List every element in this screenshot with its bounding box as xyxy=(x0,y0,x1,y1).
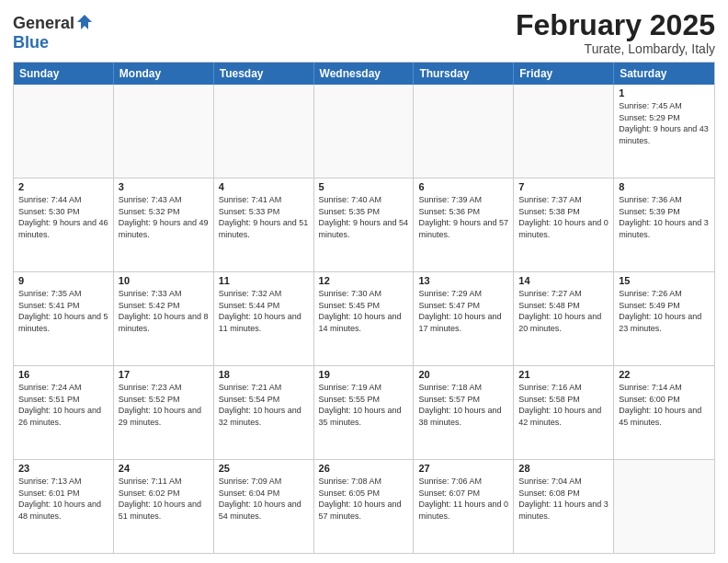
cell-info: Sunrise: 7:24 AM Sunset: 5:51 PM Dayligh… xyxy=(18,382,108,428)
calendar-cell: 1Sunrise: 7:45 AM Sunset: 5:29 PM Daylig… xyxy=(614,85,714,178)
day-number: 2 xyxy=(18,181,108,192)
cell-info: Sunrise: 7:04 AM Sunset: 6:08 PM Dayligh… xyxy=(518,476,609,522)
calendar-cell: 26Sunrise: 7:08 AM Sunset: 6:05 PM Dayli… xyxy=(314,460,415,553)
day-number: 11 xyxy=(219,275,309,286)
day-number: 19 xyxy=(319,369,409,380)
calendar-cell: 9Sunrise: 7:35 AM Sunset: 5:41 PM Daylig… xyxy=(14,272,114,365)
cell-info: Sunrise: 7:23 AM Sunset: 5:52 PM Dayligh… xyxy=(119,382,209,428)
calendar-cell: 15Sunrise: 7:26 AM Sunset: 5:49 PM Dayli… xyxy=(614,272,714,365)
calendar-cell xyxy=(14,85,114,178)
cell-info: Sunrise: 7:26 AM Sunset: 5:49 PM Dayligh… xyxy=(619,288,710,334)
logo-icon xyxy=(75,13,94,31)
week-row-1: 2Sunrise: 7:44 AM Sunset: 5:30 PM Daylig… xyxy=(14,178,714,272)
cell-info: Sunrise: 7:11 AM Sunset: 6:02 PM Dayligh… xyxy=(119,476,209,522)
calendar-cell: 5Sunrise: 7:40 AM Sunset: 5:35 PM Daylig… xyxy=(314,178,415,271)
cell-info: Sunrise: 7:32 AM Sunset: 5:44 PM Dayligh… xyxy=(219,288,309,334)
day-number: 6 xyxy=(418,181,508,192)
cell-info: Sunrise: 7:37 AM Sunset: 5:38 PM Dayligh… xyxy=(518,194,609,240)
day-number: 28 xyxy=(518,463,609,474)
cell-info: Sunrise: 7:41 AM Sunset: 5:33 PM Dayligh… xyxy=(219,194,309,240)
header-day-tuesday: Tuesday xyxy=(214,63,314,85)
cell-info: Sunrise: 7:40 AM Sunset: 5:35 PM Dayligh… xyxy=(319,194,409,240)
cell-info: Sunrise: 7:18 AM Sunset: 5:57 PM Dayligh… xyxy=(418,382,508,428)
cell-info: Sunrise: 7:27 AM Sunset: 5:48 PM Dayligh… xyxy=(518,288,609,334)
calendar-cell: 12Sunrise: 7:30 AM Sunset: 5:45 PM Dayli… xyxy=(314,272,415,365)
calendar-cell: 4Sunrise: 7:41 AM Sunset: 5:33 PM Daylig… xyxy=(214,178,314,271)
cell-info: Sunrise: 7:29 AM Sunset: 5:47 PM Dayligh… xyxy=(418,288,508,334)
svg-marker-0 xyxy=(77,15,92,29)
day-number: 22 xyxy=(619,369,710,380)
header-day-sunday: Sunday xyxy=(14,63,114,85)
cell-info: Sunrise: 7:09 AM Sunset: 6:04 PM Dayligh… xyxy=(219,476,309,522)
cell-info: Sunrise: 7:33 AM Sunset: 5:42 PM Dayligh… xyxy=(119,288,209,334)
day-number: 21 xyxy=(518,369,609,380)
cell-info: Sunrise: 7:19 AM Sunset: 5:55 PM Dayligh… xyxy=(319,382,409,428)
day-number: 10 xyxy=(119,275,209,286)
calendar-cell xyxy=(214,85,314,178)
month-title: February 2025 xyxy=(516,9,715,41)
cell-info: Sunrise: 7:39 AM Sunset: 5:36 PM Dayligh… xyxy=(418,194,508,240)
cell-info: Sunrise: 7:45 AM Sunset: 5:29 PM Dayligh… xyxy=(619,100,710,146)
day-number: 24 xyxy=(119,463,209,474)
calendar-cell xyxy=(114,85,214,178)
cell-info: Sunrise: 7:16 AM Sunset: 5:58 PM Dayligh… xyxy=(518,382,609,428)
day-number: 25 xyxy=(219,463,309,474)
day-number: 13 xyxy=(418,275,508,286)
day-number: 18 xyxy=(219,369,309,380)
logo: General Blue xyxy=(13,13,94,52)
day-number: 26 xyxy=(319,463,409,474)
day-number: 7 xyxy=(518,181,609,192)
day-number: 5 xyxy=(319,181,409,192)
calendar-cell: 14Sunrise: 7:27 AM Sunset: 5:48 PM Dayli… xyxy=(514,272,614,365)
day-number: 15 xyxy=(619,275,710,286)
calendar-cell: 2Sunrise: 7:44 AM Sunset: 5:30 PM Daylig… xyxy=(14,178,114,271)
calendar-cell xyxy=(514,85,614,178)
header-day-friday: Friday xyxy=(514,63,614,85)
calendar-cell: 24Sunrise: 7:11 AM Sunset: 6:02 PM Dayli… xyxy=(114,460,214,553)
header-day-saturday: Saturday xyxy=(614,63,714,85)
calendar-cell: 8Sunrise: 7:36 AM Sunset: 5:39 PM Daylig… xyxy=(614,178,714,271)
calendar-cell xyxy=(414,85,514,178)
week-row-3: 16Sunrise: 7:24 AM Sunset: 5:51 PM Dayli… xyxy=(14,366,714,460)
cell-info: Sunrise: 7:14 AM Sunset: 6:00 PM Dayligh… xyxy=(619,382,710,428)
calendar-cell: 17Sunrise: 7:23 AM Sunset: 5:52 PM Dayli… xyxy=(114,366,214,459)
calendar-cell: 20Sunrise: 7:18 AM Sunset: 5:57 PM Dayli… xyxy=(414,366,514,459)
day-number: 9 xyxy=(18,275,108,286)
calendar-cell: 6Sunrise: 7:39 AM Sunset: 5:36 PM Daylig… xyxy=(414,178,514,271)
day-number: 23 xyxy=(18,463,108,474)
day-number: 20 xyxy=(418,369,508,380)
calendar-cell: 11Sunrise: 7:32 AM Sunset: 5:44 PM Dayli… xyxy=(214,272,314,365)
cell-info: Sunrise: 7:30 AM Sunset: 5:45 PM Dayligh… xyxy=(319,288,409,334)
cell-info: Sunrise: 7:21 AM Sunset: 5:54 PM Dayligh… xyxy=(219,382,309,428)
day-number: 1 xyxy=(619,87,710,98)
calendar-cell: 28Sunrise: 7:04 AM Sunset: 6:08 PM Dayli… xyxy=(514,460,614,553)
calendar-cell: 23Sunrise: 7:13 AM Sunset: 6:01 PM Dayli… xyxy=(14,460,114,553)
calendar: SundayMondayTuesdayWednesdayThursdayFrid… xyxy=(13,62,715,554)
header-day-thursday: Thursday xyxy=(414,63,514,85)
calendar-body: 1Sunrise: 7:45 AM Sunset: 5:29 PM Daylig… xyxy=(14,85,714,553)
calendar-cell xyxy=(314,85,415,178)
week-row-0: 1Sunrise: 7:45 AM Sunset: 5:29 PM Daylig… xyxy=(14,85,714,178)
day-number: 12 xyxy=(319,275,409,286)
day-number: 14 xyxy=(518,275,609,286)
calendar-cell: 21Sunrise: 7:16 AM Sunset: 5:58 PM Dayli… xyxy=(514,366,614,459)
calendar-cell: 10Sunrise: 7:33 AM Sunset: 5:42 PM Dayli… xyxy=(114,272,214,365)
page: General Blue February 2025 Turate, Lomba… xyxy=(0,0,728,563)
calendar-cell: 7Sunrise: 7:37 AM Sunset: 5:38 PM Daylig… xyxy=(514,178,614,271)
header-day-monday: Monday xyxy=(114,63,214,85)
calendar-cell: 16Sunrise: 7:24 AM Sunset: 5:51 PM Dayli… xyxy=(14,366,114,459)
calendar-cell xyxy=(614,460,714,553)
header-day-wednesday: Wednesday xyxy=(314,63,415,85)
week-row-4: 23Sunrise: 7:13 AM Sunset: 6:01 PM Dayli… xyxy=(14,460,714,553)
cell-info: Sunrise: 7:35 AM Sunset: 5:41 PM Dayligh… xyxy=(18,288,108,334)
logo-blue: Blue xyxy=(13,33,49,52)
title-section: February 2025 Turate, Lombardy, Italy xyxy=(516,9,715,56)
cell-info: Sunrise: 7:13 AM Sunset: 6:01 PM Dayligh… xyxy=(18,476,108,522)
location: Turate, Lombardy, Italy xyxy=(516,41,715,56)
day-number: 8 xyxy=(619,181,710,192)
cell-info: Sunrise: 7:43 AM Sunset: 5:32 PM Dayligh… xyxy=(119,194,209,240)
logo-general: General xyxy=(13,14,74,33)
calendar-cell: 19Sunrise: 7:19 AM Sunset: 5:55 PM Dayli… xyxy=(314,366,415,459)
cell-info: Sunrise: 7:08 AM Sunset: 6:05 PM Dayligh… xyxy=(319,476,409,522)
week-row-2: 9Sunrise: 7:35 AM Sunset: 5:41 PM Daylig… xyxy=(14,272,714,366)
